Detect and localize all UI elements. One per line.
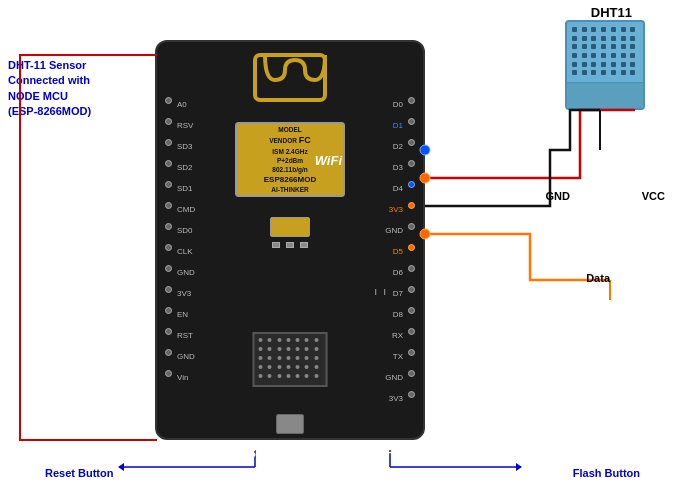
reset-button-label: Reset Button (45, 467, 113, 479)
pin-row-left (165, 97, 172, 377)
antenna-coil-svg (250, 50, 330, 105)
pin-row-right (408, 97, 415, 398)
wifi-module: MODEL VENDOR FC ISM 2.4GHz P+2dBm 802.11… (235, 122, 345, 197)
data-label: Data (586, 272, 610, 284)
dht11-grid (567, 22, 643, 82)
dht11-bottom (567, 82, 643, 108)
dht11-sensor (565, 20, 645, 110)
inductor (270, 217, 310, 237)
processor-grid (255, 334, 326, 385)
processor-chip (253, 332, 328, 387)
svg-marker-9 (516, 463, 522, 471)
nodemcu-board: MODEL VENDOR FC ISM 2.4GHz P+2dBm 802.11… (155, 40, 425, 440)
flash-button-label: Flash Button (573, 467, 640, 479)
small-components (272, 242, 308, 248)
diagram-container: DHT-11 Sensor Connected with NODE MCU (E… (0, 0, 700, 501)
right-pin-labels: D0 D1 D2 D3 D4 3V3 GND D5 D6 D7 D8 RX TX… (385, 97, 403, 405)
svg-marker-6 (118, 463, 124, 471)
d8-marks: I I (374, 287, 388, 297)
left-pin-labels: A0 RSV SD3 SD2 SD1 CMD SD0 CLK GND 3V3 E… (177, 97, 195, 384)
main-label: DHT-11 Sensor Connected with NODE MCU (E… (8, 58, 138, 120)
gnd-label: GND (546, 190, 570, 202)
dht11-title-label: DHT11 (591, 5, 632, 20)
antenna (250, 50, 330, 105)
rst-label: RST (242, 448, 262, 459)
vcc-label: VCC (642, 190, 665, 202)
usb-port (276, 414, 304, 434)
flash-label: FLASH (360, 448, 393, 459)
